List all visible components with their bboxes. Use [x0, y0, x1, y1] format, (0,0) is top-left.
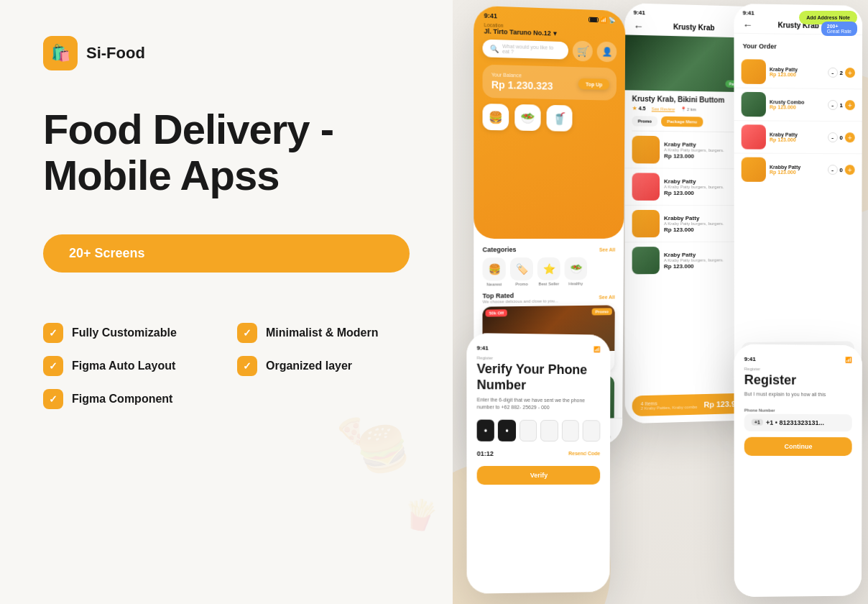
- feature-label-5: Figma Component: [72, 393, 172, 406]
- topup-btn[interactable]: Top Up: [578, 78, 609, 89]
- phone-value: +1 • 81231323131...: [766, 419, 824, 426]
- see-all-categories[interactable]: See All: [599, 247, 616, 252]
- menu-desc-4: A Kraby Patty burgers, burgers.: [664, 257, 737, 262]
- features-grid: ✓ Fully Customizable ✓ Minimalist & Mode…: [43, 323, 410, 409]
- home-status-time: 9:41: [484, 12, 497, 19]
- cart-item-4[interactable]: Krabby Patty Rp 123.000 - 0 +: [734, 154, 862, 186]
- timer: 01:12: [477, 450, 494, 457]
- cart-item-info-2: Krusty Combo Rp 123.000: [770, 99, 824, 110]
- feature-item-5: ✓ Figma Component: [43, 389, 216, 409]
- feature-item-4: ✓ Organized layer: [237, 356, 410, 376]
- register-status-icons: 📶: [845, 357, 852, 363]
- detail-title: Krusty Krab: [673, 23, 715, 32]
- menu-img-3: [632, 210, 660, 237]
- menu-desc-3: A Kraby Patty burgers, burgers.: [664, 221, 737, 225]
- menu-price-1: Rp 123.000: [664, 152, 737, 160]
- qty-control-3: - 0 +: [828, 132, 855, 142]
- quick-actions: 🍔 🥗 🥤: [474, 104, 624, 132]
- cart-item-2[interactable]: Krusty Combo Rp 123.000 - 1 +: [734, 88, 862, 122]
- verify-screen-label: Register: [477, 356, 601, 362]
- phone-verify: 9:41 📶 Register Verify Your Phone Number…: [466, 333, 610, 594]
- quick-healthy[interactable]: 🥗: [514, 104, 540, 131]
- user-icon[interactable]: 👤: [597, 41, 617, 62]
- check-icon-3: ✓: [43, 356, 63, 376]
- phone-input[interactable]: +1 +1 • 81231323131...: [744, 413, 852, 431]
- see-review[interactable]: See Review: [652, 106, 675, 111]
- otp-1[interactable]: •: [477, 419, 495, 441]
- menu-name-3: Krabby Patty: [664, 214, 737, 221]
- check-icon-4: ✓: [237, 356, 257, 376]
- qty-value-2: 1: [840, 102, 843, 109]
- menu-name-2: Kraby Patty: [664, 178, 737, 184]
- menu-desc-1: A Kraby Patty burgers, burgers.: [664, 147, 737, 152]
- top-rated-subtitle: We choose delicious and close to you...: [482, 299, 558, 304]
- verify-status-icons: 📶: [594, 346, 601, 352]
- promo-btn[interactable]: Promo: [632, 116, 658, 127]
- logo-row: 🛍️ Si-Food: [43, 36, 410, 70]
- qty-value-1: 2: [840, 69, 843, 76]
- search-row: 🔍 What would you like to eat ? 🛒 👤: [474, 37, 625, 63]
- qty-minus-2[interactable]: -: [828, 100, 838, 110]
- cart-item-price-4: Rp 123.000: [770, 170, 824, 175]
- timer-row: 01:12 Resend Code: [477, 450, 601, 457]
- verify-btn[interactable]: Verify: [477, 466, 601, 485]
- feature-label-3: Figma Auto Layout: [72, 360, 175, 372]
- qty-minus-3[interactable]: -: [828, 132, 838, 142]
- cart-item-price-2: Rp 123.000: [770, 104, 824, 110]
- qty-value-4: 0: [839, 167, 842, 173]
- search-icon: 🔍: [490, 45, 499, 53]
- flag-icon: +1: [752, 419, 763, 426]
- feature-label-2: Minimalist & Modern: [266, 326, 378, 339]
- otp-3[interactable]: [520, 420, 537, 441]
- qty-plus-1[interactable]: +: [845, 68, 855, 78]
- cat-bestseller[interactable]: ⭐ Best Seller: [537, 257, 560, 286]
- verify-subtitle: Enter the 6-digit that we have sent we t…: [477, 396, 601, 411]
- search-placeholder[interactable]: What would you like to eat ?: [502, 44, 561, 56]
- see-all-top[interactable]: See All: [599, 294, 615, 299]
- register-title: Register: [744, 372, 852, 388]
- cart-item-3[interactable]: Kraby Patty Rp 123.000 - 0 +: [734, 121, 862, 154]
- screens-badge[interactable]: 20+ Screens: [43, 234, 410, 273]
- cart-item-info-3: Kraby Patty Rp 123.000: [770, 132, 824, 142]
- otp-inputs: • •: [477, 419, 601, 441]
- stats-badge: 200+Great Rate: [821, 22, 857, 36]
- continue-btn[interactable]: Continue: [744, 437, 852, 456]
- quick-food[interactable]: 🍔: [483, 104, 509, 130]
- qty-plus-3[interactable]: +: [845, 132, 855, 142]
- cart-item-info-4: Krabby Patty Rp 123.000: [770, 165, 824, 175]
- qty-plus-4[interactable]: +: [845, 165, 855, 175]
- quick-drink[interactable]: 🥤: [547, 105, 573, 132]
- cart-icon[interactable]: 🛒: [573, 40, 593, 61]
- promo-badge-1: Promo: [592, 308, 612, 316]
- your-order-section: Your Order: [734, 34, 862, 58]
- cart-back[interactable]: ←: [743, 19, 753, 30]
- otp-4[interactable]: [540, 420, 558, 441]
- check-icon-2: ✓: [237, 323, 257, 343]
- verify-title: Verify Your Phone Number: [477, 362, 601, 394]
- cat-nearest[interactable]: 🍔 Nearest: [482, 257, 505, 286]
- cat-promo[interactable]: 🏷️ Promo: [510, 257, 533, 286]
- cat-healthy[interactable]: 🥗 Healthy: [564, 257, 587, 286]
- food-decoration-2: 🍟: [400, 495, 440, 535]
- logo-icon: 🛍️: [43, 36, 78, 70]
- otp-6[interactable]: [583, 420, 600, 441]
- feature-item-1: ✓ Fully Customizable: [43, 323, 216, 343]
- feature-item-2: ✓ Minimalist & Modern: [237, 323, 410, 343]
- register-status-time: 9:41: [744, 356, 756, 362]
- feature-item-3: ✓ Figma Auto Layout: [43, 356, 216, 376]
- phone-register: 9:41 📶 Register Register But I must expl…: [734, 344, 862, 598]
- otp-5[interactable]: [562, 420, 579, 441]
- check-icon-5: ✓: [43, 389, 63, 409]
- menu-desc-2: A Kraby Patty burgers, burgers.: [664, 184, 737, 188]
- qty-plus-2[interactable]: +: [845, 100, 855, 110]
- qty-minus-4[interactable]: -: [827, 165, 837, 175]
- categories-title: Categories: [482, 246, 516, 253]
- package-btn[interactable]: Package Menu: [661, 116, 703, 127]
- otp-2[interactable]: •: [498, 419, 516, 441]
- resend-btn[interactable]: Resend Code: [568, 451, 600, 456]
- back-arrow[interactable]: ←: [634, 20, 644, 32]
- cart-item-1[interactable]: Kraby Patty Rp 123.000 - 2 +: [734, 55, 862, 89]
- qty-minus-1[interactable]: -: [828, 68, 838, 78]
- menu-info-3: Krabby Patty A Kraby Patty burgers, burg…: [664, 214, 737, 232]
- qty-control-1: - 2 +: [828, 68, 855, 78]
